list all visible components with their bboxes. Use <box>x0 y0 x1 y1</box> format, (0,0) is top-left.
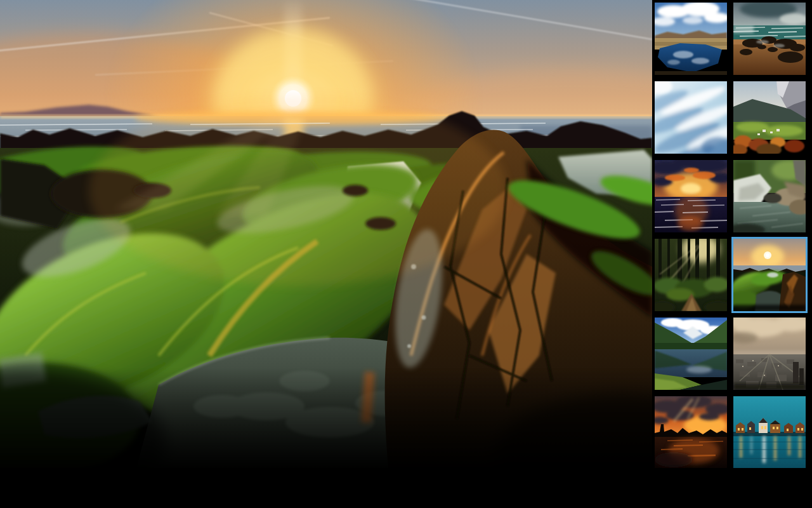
thumbnail-valley-lake-reflection[interactable] <box>655 318 727 390</box>
thumbnail-harbor-houses-dusk[interactable] <box>733 396 806 469</box>
thumbnail-rocky-beach[interactable] <box>733 3 806 75</box>
thumbnail-altiplano-lake[interactable] <box>655 3 727 75</box>
thumbnail-mossy-coast-sunset[interactable] <box>733 239 806 311</box>
wallpaper-preview-art <box>0 0 652 468</box>
wallpaper-preview[interactable] <box>0 0 652 468</box>
thumbnail-sunlit-forest-path[interactable] <box>655 239 727 311</box>
thumbnail-canyon-stream-art <box>733 160 806 232</box>
thumbnail-harbor-houses-dusk-art <box>733 396 806 469</box>
thumbnail-canyon-stream[interactable] <box>733 160 806 232</box>
thumbnail-fiery-ocean-sunset[interactable] <box>655 160 727 232</box>
thumbnail-fiery-ocean-sunset-art <box>655 160 727 232</box>
thumbnail-sunlit-forest-path-art <box>655 239 727 311</box>
thumbnail-autumn-mountain-village-art <box>733 81 806 154</box>
thumbnail-glacier-ice-art <box>655 81 727 154</box>
system-navigation-bar <box>0 468 812 508</box>
thumbnail-sepia-city-aerial-art <box>733 318 806 390</box>
thumbnail-sepia-city-aerial[interactable] <box>733 318 806 390</box>
thumbnail-autumn-mountain-village[interactable] <box>733 81 806 154</box>
thumbnail-altiplano-lake-art <box>655 3 727 75</box>
thumbnail-skyline-sunset-silhouette[interactable] <box>655 396 727 469</box>
thumbnail-mossy-coast-sunset-art <box>733 239 806 311</box>
wallpaper-thumbnail-grid <box>655 3 806 469</box>
thumbnail-rocky-beach-art <box>733 3 806 75</box>
thumbnail-valley-lake-reflection-art <box>655 318 727 390</box>
thumbnail-skyline-sunset-silhouette-art <box>655 396 727 469</box>
thumbnail-glacier-ice[interactable] <box>655 81 727 154</box>
